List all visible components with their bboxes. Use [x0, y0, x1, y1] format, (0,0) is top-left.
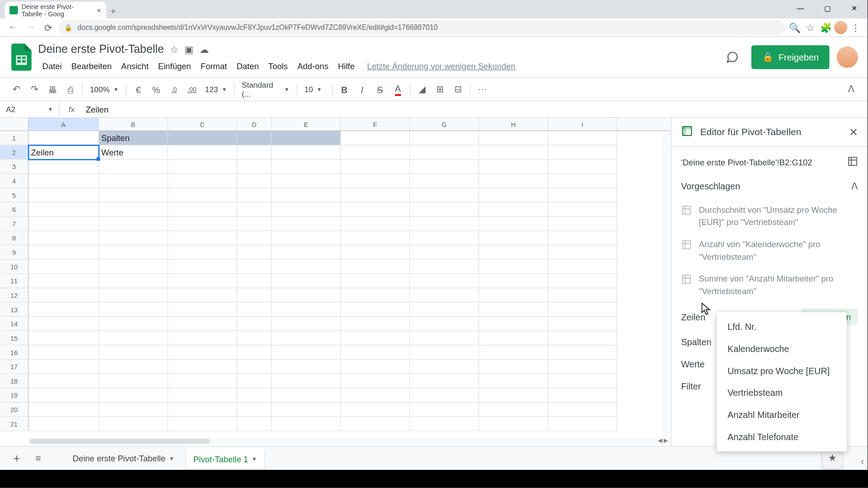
- cell-H12[interactable]: [479, 288, 548, 303]
- cell-C10[interactable]: [168, 260, 237, 274]
- cell-G15[interactable]: [410, 331, 479, 346]
- cell-G6[interactable]: [410, 202, 479, 217]
- cell-H1[interactable]: [479, 131, 548, 145]
- cell-F6[interactable]: [341, 202, 410, 217]
- cell-F21[interactable]: [341, 417, 410, 432]
- cell-A5[interactable]: [28, 188, 99, 202]
- cell-H10[interactable]: [479, 260, 548, 274]
- more-toolbar-button[interactable]: ⋯: [474, 81, 491, 98]
- cell-G2[interactable]: [410, 145, 479, 160]
- cell-D12[interactable]: [237, 288, 272, 303]
- cell-G8[interactable]: [410, 231, 479, 245]
- cell-F12[interactable]: [341, 288, 410, 303]
- cell-C6[interactable]: [168, 202, 237, 217]
- cell-C20[interactable]: [168, 403, 237, 417]
- pivot-suggestion-2[interactable]: Summe von "Anzahl Mitarbeiter" pro "Vert…: [671, 268, 868, 302]
- cell-D7[interactable]: [237, 217, 272, 231]
- close-window-button[interactable]: ✕: [841, 0, 868, 17]
- cell-F7[interactable]: [341, 217, 410, 231]
- cell-I14[interactable]: [548, 317, 618, 331]
- row-header-14[interactable]: 14: [0, 317, 28, 331]
- reload-button[interactable]: ⟳: [41, 19, 56, 35]
- cell-A3[interactable]: [28, 160, 99, 174]
- cell-G16[interactable]: [410, 345, 479, 360]
- cell-H2[interactable]: [479, 145, 548, 160]
- profile-avatar-small[interactable]: [834, 21, 847, 34]
- spreadsheet-grid[interactable]: ABCDEFGHI 1Spalten2ZeilenWerte3456789101…: [0, 118, 671, 457]
- menu-add-ons[interactable]: Add-ons: [293, 59, 332, 73]
- cell-I16[interactable]: [548, 345, 618, 360]
- cell-G9[interactable]: [410, 245, 479, 260]
- vertical-scrollbar[interactable]: [663, 131, 671, 438]
- cell-B4[interactable]: [99, 174, 168, 188]
- cell-D3[interactable]: [237, 160, 272, 174]
- row-header-7[interactable]: 7: [0, 217, 28, 231]
- cell-B15[interactable]: [99, 331, 168, 346]
- strike-button[interactable]: S: [372, 81, 388, 98]
- cell-A12[interactable]: [28, 288, 99, 303]
- cell-F20[interactable]: [341, 403, 410, 417]
- cell-E10[interactable]: [272, 260, 341, 274]
- maximize-window-button[interactable]: ▢: [814, 0, 840, 17]
- number-format-select[interactable]: 123▼: [202, 81, 231, 98]
- cell-F18[interactable]: [341, 374, 410, 389]
- cell-E1[interactable]: [272, 131, 341, 145]
- cell-B3[interactable]: [99, 160, 168, 174]
- cell-G1[interactable]: [410, 131, 479, 145]
- cell-A14[interactable]: [28, 317, 99, 331]
- cell-A11[interactable]: [28, 274, 99, 288]
- column-header-C[interactable]: C: [168, 118, 237, 131]
- cell-H13[interactable]: [479, 303, 548, 317]
- row-header-12[interactable]: 12: [0, 288, 28, 303]
- cell-H14[interactable]: [479, 317, 548, 331]
- cell-E5[interactable]: [272, 188, 341, 202]
- cell-E6[interactable]: [272, 202, 341, 217]
- cloud-status-icon[interactable]: ☁: [199, 44, 209, 55]
- cell-C2[interactable]: [168, 145, 237, 160]
- cell-I8[interactable]: [548, 231, 618, 245]
- cell-H21[interactable]: [479, 417, 548, 432]
- column-header-I[interactable]: I: [548, 118, 618, 131]
- cell-E8[interactable]: [272, 231, 341, 245]
- row-header-10[interactable]: 10: [0, 260, 28, 274]
- cell-F17[interactable]: [341, 360, 410, 374]
- cell-G11[interactable]: [410, 274, 479, 288]
- cell-C17[interactable]: [168, 360, 237, 374]
- cell-C5[interactable]: [168, 188, 237, 202]
- dropdown-item-5[interactable]: Anzahl Telefonate: [717, 426, 847, 448]
- cell-E14[interactable]: [272, 317, 341, 331]
- select-all-corner[interactable]: [0, 118, 28, 131]
- cell-C4[interactable]: [168, 174, 237, 188]
- row-header-16[interactable]: 16: [0, 345, 28, 360]
- cell-B12[interactable]: [99, 288, 168, 303]
- cell-C18[interactable]: [168, 374, 237, 389]
- cell-I2[interactable]: [548, 145, 618, 160]
- cell-D9[interactable]: [237, 245, 272, 260]
- cell-H5[interactable]: [479, 188, 548, 202]
- column-header-B[interactable]: B: [99, 118, 168, 131]
- cell-C21[interactable]: [168, 417, 237, 432]
- cell-F15[interactable]: [341, 331, 410, 346]
- browser-menu-icon[interactable]: ⋮: [849, 20, 863, 35]
- cell-F2[interactable]: [341, 145, 410, 160]
- cell-D20[interactable]: [237, 403, 272, 417]
- cell-B7[interactable]: [99, 217, 168, 231]
- cell-A4[interactable]: [28, 174, 99, 188]
- cell-H3[interactable]: [479, 160, 548, 174]
- cell-A15[interactable]: [28, 331, 99, 346]
- paint-format-button[interactable]: ⎙: [62, 81, 79, 98]
- cell-I10[interactable]: [548, 260, 618, 274]
- cell-I17[interactable]: [548, 360, 618, 374]
- cell-I12[interactable]: [548, 288, 618, 303]
- cell-E9[interactable]: [272, 245, 341, 260]
- cell-D19[interactable]: [237, 388, 272, 403]
- cell-E18[interactable]: [272, 374, 341, 389]
- cell-C12[interactable]: [168, 288, 237, 303]
- pivot-suggestion-1[interactable]: Anzahl von "Kalenderwoche" pro "Vertrieb…: [671, 234, 868, 268]
- dropdown-item-1[interactable]: Kalenderwoche: [717, 338, 847, 360]
- extensions-icon[interactable]: 🧩: [819, 20, 833, 35]
- cell-E17[interactable]: [272, 360, 341, 374]
- menu-hilfe[interactable]: Hilfe: [334, 59, 359, 73]
- merge-button[interactable]: ⊟: [450, 81, 467, 98]
- cell-A21[interactable]: [28, 417, 99, 432]
